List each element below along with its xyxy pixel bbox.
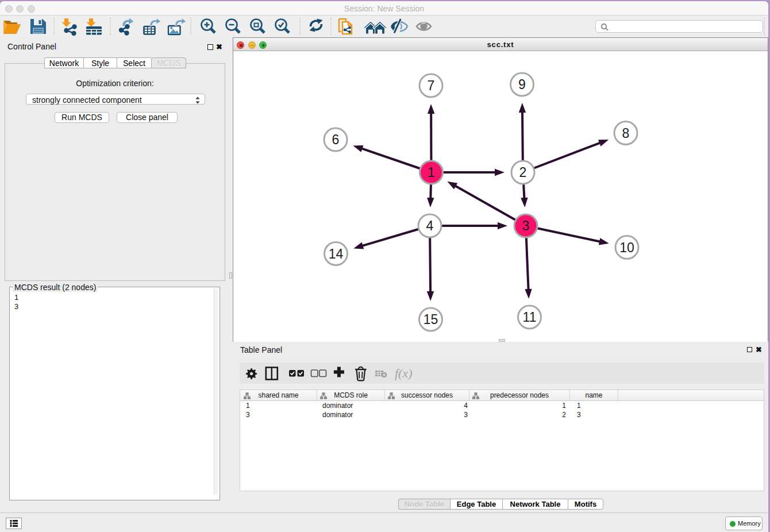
svg-text:6: 6 bbox=[332, 132, 340, 147]
svg-text:9: 9 bbox=[518, 77, 526, 92]
svg-text:8: 8 bbox=[622, 126, 630, 141]
svg-text:2: 2 bbox=[519, 165, 527, 180]
svg-text:3: 3 bbox=[522, 218, 530, 233]
svg-text:f(x): f(x) bbox=[395, 366, 413, 380]
svg-text:4: 4 bbox=[426, 218, 434, 233]
svg-text:10: 10 bbox=[619, 240, 634, 255]
svg-text:7: 7 bbox=[428, 78, 435, 93]
svg-text:14: 14 bbox=[329, 246, 344, 261]
svg-text:11: 11 bbox=[523, 310, 537, 325]
svg-text:15: 15 bbox=[424, 312, 438, 327]
svg-text:1: 1 bbox=[428, 165, 435, 180]
